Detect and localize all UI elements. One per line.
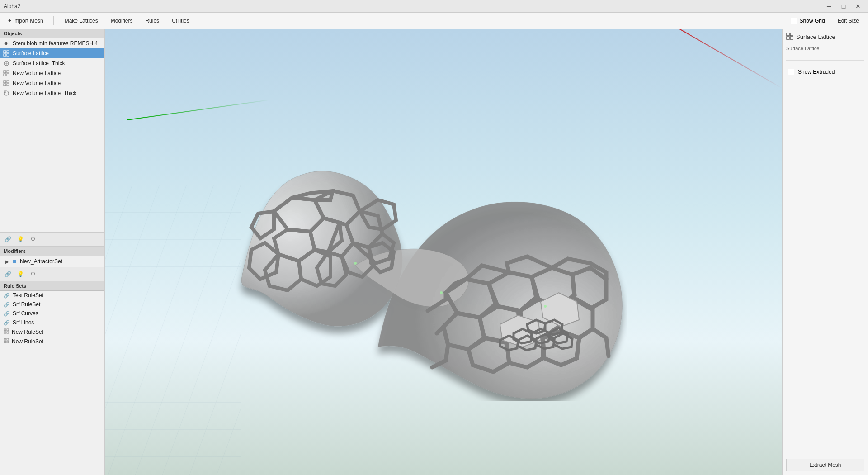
modifier-list: ▶ New_AttractorSet bbox=[0, 256, 104, 267]
list-item[interactable]: Surface Lattice bbox=[0, 48, 104, 58]
modifiers-section: Modifiers ▶ New_AttractorSet bbox=[0, 247, 104, 267]
objects-bulb-icon[interactable]: 💡 bbox=[15, 234, 25, 244]
ruleset-label: Srf Lines bbox=[13, 319, 34, 326]
ruleset-label: Test RuleSet bbox=[13, 292, 43, 299]
svg-rect-9 bbox=[4, 74, 6, 76]
svg-rect-33 bbox=[787, 33, 789, 36]
svg-rect-10 bbox=[7, 74, 9, 76]
ruleset-link-icon: 🔗 bbox=[4, 311, 10, 317]
object-label: Surface Lattice bbox=[13, 50, 49, 57]
svg-point-32 bbox=[544, 305, 547, 308]
list-item[interactable]: 🔗 Srf Curves bbox=[0, 309, 104, 318]
objects-toolbar: 🔗 💡 bbox=[0, 232, 104, 247]
svg-point-17 bbox=[32, 238, 35, 241]
rulesets-header: Rule Sets bbox=[0, 281, 104, 291]
svg-rect-12 bbox=[7, 81, 9, 83]
list-item[interactable]: 🔗 Srf Lines bbox=[0, 318, 104, 327]
ruleset-label: New RuleSet bbox=[12, 338, 43, 345]
right-panel-divider bbox=[786, 60, 864, 61]
show-extruded-label: Show Extruded bbox=[798, 69, 835, 75]
close-button[interactable]: ✕ bbox=[852, 2, 864, 11]
list-item[interactable]: New RuleSet bbox=[0, 337, 104, 346]
svg-rect-8 bbox=[7, 71, 9, 73]
modifier-expand-icon: ▶ bbox=[5, 259, 9, 264]
volume-lattice-icon bbox=[3, 70, 10, 77]
rulesets-section: Rule Sets 🔗 Test RuleSet 🔗 Srf RuleSet 🔗… bbox=[0, 281, 104, 475]
object-label: Stem blob min features REMESH 4 bbox=[13, 40, 98, 47]
volume-lattice-thick-icon bbox=[3, 90, 10, 97]
mesh-3d-object bbox=[220, 130, 627, 401]
list-item[interactable]: Surface Lattice_Thick bbox=[0, 58, 104, 68]
menu-rules[interactable]: Rules bbox=[140, 16, 165, 26]
modifiers-header: Modifiers bbox=[0, 247, 104, 256]
svg-rect-7 bbox=[4, 71, 6, 73]
main-content: Objects 👁 Stem blob min features REMESH … bbox=[0, 29, 868, 475]
menu-modifiers[interactable]: Modifiers bbox=[105, 16, 138, 26]
right-panel-title-text: Surface Lattice bbox=[796, 33, 835, 40]
modifiers-link-icon[interactable]: 🔗 bbox=[3, 269, 13, 279]
maximize-button[interactable]: □ bbox=[837, 2, 850, 11]
objects-header: Objects bbox=[0, 29, 104, 38]
titlebar-title-area: Alpha2 bbox=[4, 3, 20, 10]
svg-rect-11 bbox=[4, 81, 6, 83]
svg-rect-25 bbox=[4, 338, 6, 340]
ruleset-grid-icon2 bbox=[4, 338, 9, 345]
object-label: New Volume Lattice_Thick bbox=[13, 90, 76, 96]
svg-point-15 bbox=[4, 91, 9, 95]
minimize-button[interactable]: ─ bbox=[823, 2, 835, 11]
list-item[interactable]: 👁 Stem blob min features REMESH 4 bbox=[0, 38, 104, 48]
modifiers-bulb-outline-icon[interactable] bbox=[28, 269, 38, 279]
menu-utilities[interactable]: Utilities bbox=[166, 16, 195, 26]
import-mesh-button[interactable]: + Import Mesh bbox=[4, 16, 48, 26]
svg-rect-22 bbox=[7, 329, 9, 331]
viewport[interactable] bbox=[105, 29, 782, 475]
menu-make-lattices[interactable]: Make Lattices bbox=[59, 16, 104, 26]
extract-mesh-button[interactable]: Extract Mesh bbox=[786, 459, 864, 471]
list-item[interactable]: New Volume Lattice_Thick bbox=[0, 88, 104, 98]
svg-point-19 bbox=[32, 272, 35, 276]
axis-green-line bbox=[127, 99, 271, 120]
menubar: + Import Mesh Make Lattices Modifiers Ru… bbox=[0, 13, 868, 29]
edit-size-button[interactable]: Edit Size bbox=[832, 16, 864, 26]
titlebar: Alpha2 ─ □ ✕ bbox=[0, 0, 868, 13]
list-item[interactable]: New RuleSet bbox=[0, 327, 104, 337]
svg-point-31 bbox=[440, 291, 443, 294]
svg-rect-13 bbox=[4, 84, 6, 86]
right-panel-spacer bbox=[786, 81, 864, 451]
objects-bulb-outline-icon[interactable] bbox=[28, 234, 38, 244]
ruleset-link-icon: 🔗 bbox=[4, 320, 10, 326]
svg-rect-3 bbox=[7, 54, 9, 56]
objects-link-icon[interactable]: 🔗 bbox=[3, 234, 13, 244]
left-panel: Objects 👁 Stem blob min features REMESH … bbox=[0, 29, 105, 475]
svg-rect-23 bbox=[4, 332, 6, 333]
svg-rect-28 bbox=[7, 341, 9, 343]
svg-rect-27 bbox=[4, 341, 6, 343]
modifier-dot-icon bbox=[13, 260, 16, 263]
show-extruded-row: Show Extruded bbox=[786, 66, 864, 78]
object-list: 👁 Stem blob min features REMESH 4 Surfac… bbox=[0, 38, 104, 232]
import-mesh-label: Import Mesh bbox=[13, 18, 43, 24]
ruleset-grid-icon bbox=[4, 328, 9, 335]
svg-rect-24 bbox=[7, 332, 9, 333]
show-grid-checkbox[interactable] bbox=[791, 18, 797, 24]
ruleset-link-icon: 🔗 bbox=[4, 293, 10, 299]
modifiers-toolbar: 🔗 💡 bbox=[0, 267, 104, 281]
modifier-label: New_AttractorSet bbox=[20, 258, 62, 265]
svg-rect-21 bbox=[4, 329, 6, 331]
list-item[interactable]: New Volume Lattice bbox=[0, 78, 104, 88]
svg-rect-14 bbox=[7, 84, 9, 86]
svg-point-30 bbox=[354, 262, 357, 265]
ruleset-label: New RuleSet bbox=[12, 329, 43, 335]
list-item[interactable]: New Volume Lattice bbox=[0, 68, 104, 78]
menu-separator bbox=[53, 16, 54, 25]
modifiers-bulb-icon[interactable]: 💡 bbox=[15, 269, 25, 279]
show-extruded-checkbox[interactable] bbox=[788, 69, 794, 75]
list-item[interactable]: 🔗 Test RuleSet bbox=[0, 291, 104, 300]
right-panel-title-area: Surface Lattice bbox=[786, 33, 864, 41]
mesh-svg bbox=[220, 130, 627, 401]
list-item[interactable]: 🔗 Srf RuleSet bbox=[0, 300, 104, 309]
svg-rect-0 bbox=[4, 51, 6, 53]
svg-rect-2 bbox=[4, 54, 6, 56]
object-label: New Volume Lattice bbox=[13, 80, 61, 86]
list-item[interactable]: ▶ New_AttractorSet bbox=[0, 257, 104, 266]
